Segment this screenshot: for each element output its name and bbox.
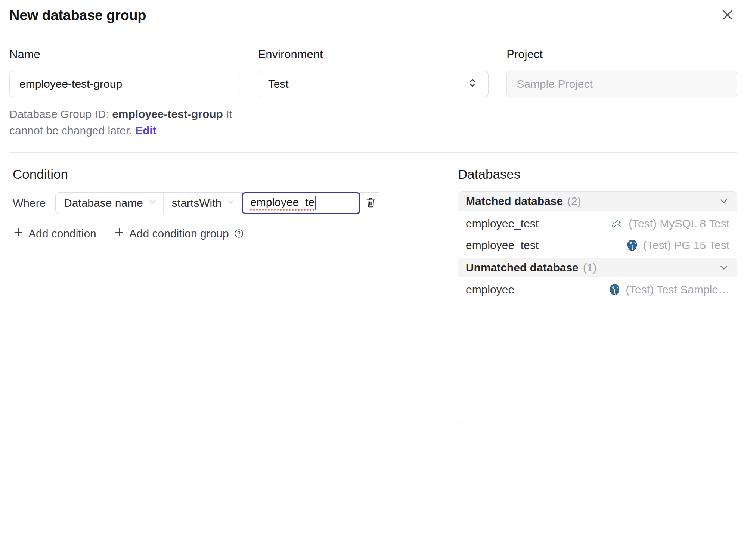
unmatched-database-list: employee (Test) Test Sample…	[458, 277, 737, 302]
operator-select[interactable]: startsWith	[164, 193, 242, 214]
name-input[interactable]	[9, 71, 240, 97]
environment-select[interactable]: Test	[258, 71, 489, 97]
instance-label: (Test) PG 15 Test	[643, 239, 729, 252]
form-grid: Name Database Group ID: employee-test-gr…	[9, 48, 737, 139]
add-condition-label: Add condition	[28, 227, 96, 240]
new-database-group-dialog: { "dialog": { "title": "New database gro…	[0, 0, 747, 560]
help-icon[interactable]	[233, 228, 244, 239]
instance-label: (Test) MySQL 8 Test	[629, 217, 729, 230]
unmatched-database-header[interactable]: Unmatched database (1)	[458, 258, 737, 277]
databases-panel: Matched database (2) employee_test	[458, 191, 737, 426]
condition-section: Condition Where Database name startsWith	[9, 167, 458, 240]
database-instance: (Test) Test Sample…	[608, 283, 729, 296]
page-title: New database group	[9, 7, 146, 24]
text-cursor	[315, 196, 316, 210]
project-input: Sample Project	[506, 71, 737, 97]
condition-expression-group: Database name startsWith employee_te	[55, 192, 381, 214]
edit-id-link[interactable]: Edit	[135, 124, 156, 137]
condition-value-input[interactable]: employee_te	[242, 192, 360, 214]
chevron-down-icon	[718, 196, 729, 207]
chevron-down-icon	[148, 197, 157, 209]
condition-row: Where Database name startsWith employee_…	[13, 192, 458, 214]
add-condition-group-label: Add condition group	[129, 227, 229, 240]
name-field-group: Name Database Group ID: employee-test-gr…	[9, 48, 240, 139]
name-label: Name	[9, 48, 240, 61]
factor-select[interactable]: Database name	[56, 193, 164, 214]
project-field-group: Project Sample Project	[506, 48, 737, 139]
engine-icon	[626, 239, 639, 252]
matched-database-list: employee_test (Test) MySQL 8 Test employ…	[458, 211, 737, 258]
where-label: Where	[13, 197, 55, 209]
id-note-prefix: Database Group ID:	[9, 108, 112, 120]
engine-icon	[608, 283, 621, 296]
project-label: Project	[506, 48, 737, 61]
plus-icon	[13, 227, 24, 240]
database-name: employee_test	[466, 239, 539, 252]
unmatched-database-count: (1)	[583, 261, 597, 274]
operator-selected-value: startsWith	[172, 197, 221, 209]
database-row: employee_test (Test) PG 15 Test	[458, 234, 737, 256]
delete-condition-button[interactable]	[360, 193, 381, 214]
project-value: Sample Project	[517, 78, 592, 90]
database-group-id-note: Database Group ID: employee-test-group I…	[9, 106, 240, 139]
factor-selected-value: Database name	[64, 197, 143, 209]
dialog-header: New database group	[0, 0, 747, 31]
trash-icon	[365, 196, 377, 210]
add-condition-group-button[interactable]: Add condition group	[114, 227, 229, 240]
condition-value-text: employee_te	[250, 196, 314, 211]
postgres-icon	[626, 239, 639, 252]
environment-label: Environment	[258, 48, 489, 61]
database-instance: (Test) PG 15 Test	[626, 239, 729, 252]
database-name: employee_test	[466, 217, 539, 230]
condition-actions: Add condition Add condition group	[13, 227, 458, 240]
close-icon	[720, 7, 735, 24]
instance-label: (Test) Test Sample…	[626, 283, 729, 296]
matched-database-count: (2)	[567, 195, 581, 208]
chevron-down-icon	[226, 197, 236, 209]
engine-icon	[609, 218, 624, 230]
postgres-icon	[608, 283, 621, 296]
section-divider	[9, 152, 737, 153]
databases-heading: Databases	[458, 167, 737, 182]
add-condition-button[interactable]: Add condition	[13, 227, 96, 240]
matched-database-title: Matched database	[466, 195, 563, 208]
databases-section: Databases Matched database (2) employee_…	[458, 167, 737, 426]
chevron-up-down-icon	[467, 77, 478, 92]
condition-heading: Condition	[13, 167, 458, 182]
matched-database-header[interactable]: Matched database (2)	[458, 192, 737, 211]
unmatched-database-title: Unmatched database	[466, 261, 579, 274]
database-name: employee	[466, 283, 514, 296]
id-note-value: employee-test-group	[112, 108, 223, 120]
chevron-down-icon	[718, 262, 729, 273]
database-instance: (Test) MySQL 8 Test	[609, 217, 729, 230]
mysql-icon	[609, 218, 624, 230]
database-row: employee (Test) Test Sample…	[458, 279, 737, 301]
environment-selected-value: Test	[268, 78, 289, 90]
close-button[interactable]	[720, 7, 735, 24]
plus-icon	[114, 227, 125, 240]
main-content: Condition Where Database name startsWith	[9, 167, 737, 426]
database-row: employee_test (Test) MySQL 8 Test	[458, 213, 737, 234]
environment-field-group: Environment Test	[258, 48, 489, 139]
